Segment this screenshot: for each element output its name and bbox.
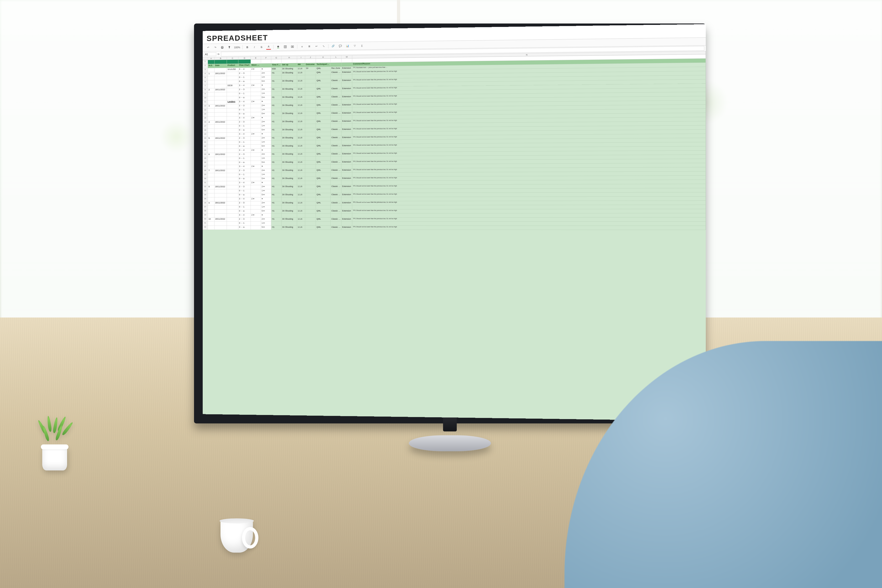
cell[interactable]: 5 ▾ [261,210,272,214]
column-header[interactable]: G [271,56,282,59]
condition[interactable]: Classic Div [331,95,342,99]
cell[interactable] [331,124,342,128]
cell[interactable] [227,153,238,157]
cell[interactable] [251,161,261,165]
condition[interactable]: Classic Div [331,185,342,189]
row-header[interactable]: 19 [203,133,208,137]
row-no[interactable]: 4 [208,120,214,124]
cell[interactable] [316,75,331,79]
condition[interactable]: Classic Div [331,169,342,173]
cell[interactable] [316,156,331,160]
condition[interactable] [331,99,342,104]
cell[interactable] [214,157,227,161]
product[interactable] [227,214,238,218]
technique[interactable] [316,148,331,153]
condition[interactable]: Classic Div [331,144,342,148]
cell[interactable] [297,59,305,63]
hdr-outcome[interactable]: Outcome [305,63,316,67]
cell[interactable] [227,137,238,141]
selected-header[interactable] [238,60,250,64]
extension[interactable] [342,116,352,120]
row-header[interactable]: 40 [203,218,208,222]
condition[interactable]: Classic Div [331,71,342,75]
cell[interactable] [342,173,352,177]
cell[interactable] [282,157,297,161]
condition[interactable]: Classic Div [331,226,342,230]
comment[interactable] [352,196,706,201]
condition[interactable]: Rec Zone [331,67,342,71]
extension[interactable]: Extension [342,111,352,116]
flow[interactable]: 0 → a [238,210,250,214]
extension[interactable]: Extension [342,169,352,173]
wave[interactable]: 2 ▾ [251,148,261,153]
flow[interactable]: 3 → 4 [238,181,250,185]
comment[interactable]: TP1 Should not be lower than the previou… [352,226,706,230]
cell[interactable] [251,60,261,64]
cell[interactable] [208,141,214,145]
cell[interactable] [214,84,227,88]
cell[interactable] [342,107,352,111]
cell[interactable]: 5 ▾ [261,194,272,198]
cell[interactable] [342,63,352,67]
condition[interactable] [331,148,342,153]
flow[interactable]: 0 → 1 [238,92,250,96]
timeframe[interactable]: H1 [271,226,282,230]
hdr-setup[interactable]: Set up [282,63,297,68]
technique[interactable]: QML [316,210,331,214]
condition[interactable]: Classic Div [331,87,342,91]
timeframe[interactable]: H1 [271,136,282,141]
cell[interactable]: 2 ▾ [261,88,272,92]
cell[interactable] [208,96,214,100]
flow[interactable]: 3 → 4 [238,84,250,88]
cell[interactable] [214,222,227,226]
cell[interactable] [251,177,261,181]
comment[interactable] [352,213,706,218]
row-header[interactable]: 30 [203,177,208,181]
setup[interactable]: 3X Shooting [282,169,297,173]
cell[interactable] [208,100,214,105]
cell[interactable] [251,173,261,177]
cell[interactable]: 5 ▾ [261,226,272,230]
rr[interactable]: 1:1.6 [297,128,305,132]
cell[interactable]: 2 ▾ [261,185,272,189]
cell[interactable] [342,189,352,193]
product[interactable] [227,165,238,169]
cell[interactable] [214,210,227,214]
cell[interactable] [305,218,316,222]
row-no[interactable]: 10 [208,218,214,222]
rr[interactable]: 1:1.6 [297,71,305,75]
setup[interactable]: 3X Shooting [282,226,297,230]
cell[interactable]: 1 ▾ [261,222,272,226]
row-header[interactable]: 20 [203,137,208,141]
outcome[interactable] [305,213,316,218]
cell[interactable] [227,145,238,149]
setup[interactable]: 3X Shooting [282,120,297,124]
condition[interactable]: Classic Div [331,120,342,124]
link-icon[interactable]: 🔗 [331,44,336,49]
cell[interactable] [208,149,214,153]
cell[interactable] [227,201,238,206]
setup[interactable]: 3X Shooting [282,185,297,189]
cell[interactable]: 1 ▾ [261,157,272,161]
extension[interactable] [342,197,352,201]
cell[interactable] [261,63,272,68]
cell[interactable] [227,80,238,84]
rr[interactable]: 1:1.6 [297,177,305,181]
timeframe[interactable]: H1 [271,72,282,75]
technique[interactable]: QML [316,71,331,75]
name-box[interactable]: A1 [204,52,216,56]
row-header[interactable]: 27 [203,165,208,169]
cell[interactable] [316,124,331,128]
cell[interactable] [271,108,282,112]
cell[interactable] [271,92,282,96]
cell[interactable] [305,124,316,128]
cell[interactable] [305,157,316,161]
row-header[interactable]: 13 [203,109,208,113]
flow[interactable]: 0 → 1 [238,124,250,129]
row-header[interactable]: 9 [203,93,208,96]
cell[interactable] [214,165,227,169]
rr[interactable]: 1:1.6 [297,210,305,214]
column-header[interactable] [203,57,208,60]
cell[interactable] [271,173,282,177]
cell[interactable] [305,153,316,157]
